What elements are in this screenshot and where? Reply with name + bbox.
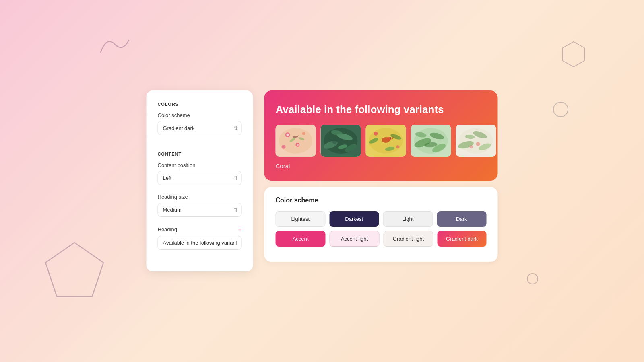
svg-point-1: [553, 102, 568, 117]
svg-point-32: [390, 137, 391, 139]
svg-point-48: [476, 142, 480, 146]
heading-size-select-wrapper: Small Medium Large: [158, 203, 242, 217]
content-position-select-wrapper: Left Center Right: [158, 171, 242, 185]
svg-point-34: [396, 145, 400, 148]
heading-input[interactable]: [158, 236, 242, 250]
svg-point-14: [293, 136, 297, 138]
layers-icon: ≡: [238, 226, 242, 233]
color-scheme-select[interactable]: Gradient dark Lightest Light Dark Darkes…: [158, 121, 242, 135]
svg-point-7: [287, 134, 289, 136]
svg-point-3: [527, 274, 538, 284]
color-scheme-field: Color scheme Gradient dark Lightest Ligh…: [158, 112, 242, 135]
deco-circle-bottom: [526, 272, 539, 286]
heading-size-label: Heading size: [158, 194, 242, 200]
heading-label: Heading ≡: [158, 226, 242, 233]
pillow-2: [321, 125, 361, 157]
pillow-3: [366, 125, 406, 157]
svg-point-22: [332, 139, 337, 144]
scheme-btn-gradient-light[interactable]: Gradient light: [384, 231, 433, 247]
svg-marker-2: [45, 243, 103, 296]
scheme-btn-accent-light[interactable]: Accent light: [330, 231, 380, 247]
svg-point-33: [374, 132, 378, 136]
svg-point-10: [302, 132, 305, 135]
svg-point-49: [470, 145, 473, 148]
content-position-select[interactable]: Left Center Right: [158, 171, 242, 185]
color-scheme-card: Color scheme Lightest Darkest Light Dark…: [264, 187, 498, 262]
preview-card: Available in the following variants: [264, 90, 498, 181]
colors-section-label: COLORS: [158, 102, 242, 107]
svg-marker-0: [563, 42, 584, 67]
deco-squiggle: [97, 32, 133, 56]
heading-size-field: Heading size Small Medium Large: [158, 194, 242, 217]
pillow-4-image: [411, 125, 451, 157]
color-scheme-select-wrapper: Gradient dark Lightest Light Dark Darkes…: [158, 121, 242, 135]
scheme-btn-accent[interactable]: Accent: [276, 231, 326, 247]
pillow-5: [456, 125, 496, 157]
right-panel: Available in the following variants: [264, 90, 498, 262]
content-position-field: Content position Left Center Right: [158, 162, 242, 185]
deco-circle-top: [552, 101, 570, 118]
pillow-5-image: [456, 125, 496, 157]
settings-panel: COLORS Color scheme Gradient dark Lighte…: [147, 90, 253, 272]
scheme-row-2: Accent Accent light Gradient light Gradi…: [276, 231, 487, 247]
pillow-4: [411, 125, 451, 157]
deco-hexagon: [559, 40, 588, 68]
pillows-row: [276, 125, 487, 157]
scheme-btn-lightest[interactable]: Lightest: [276, 211, 326, 227]
svg-point-11: [282, 145, 286, 149]
content-position-label: Content position: [158, 162, 242, 168]
color-scheme-card-title: Color scheme: [276, 197, 487, 204]
color-scheme-label: Color scheme: [158, 112, 242, 118]
heading-field: Heading ≡: [158, 226, 242, 250]
pillow-3-image: [366, 125, 406, 157]
pillow-1: [276, 125, 316, 157]
pillow-2-image: [321, 125, 361, 157]
coral-label: Coral: [276, 162, 487, 169]
svg-point-5: [279, 128, 313, 154]
content-section-label: CONTENT: [158, 152, 242, 156]
deco-pentagon: [42, 239, 107, 302]
pillow-1-image: [276, 125, 316, 157]
svg-point-9: [297, 144, 299, 146]
scheme-btn-gradient-dark[interactable]: Gradient dark: [438, 231, 487, 247]
divider: [158, 144, 242, 144]
scheme-btn-darkest[interactable]: Darkest: [329, 211, 379, 227]
scheme-row-1: Lightest Darkest Light Dark: [276, 211, 487, 227]
scheme-btn-dark[interactable]: Dark: [437, 211, 487, 227]
preview-heading: Available in the following variants: [276, 103, 487, 116]
scheme-btn-light[interactable]: Light: [383, 211, 433, 227]
heading-size-select[interactable]: Small Medium Large: [158, 203, 242, 217]
